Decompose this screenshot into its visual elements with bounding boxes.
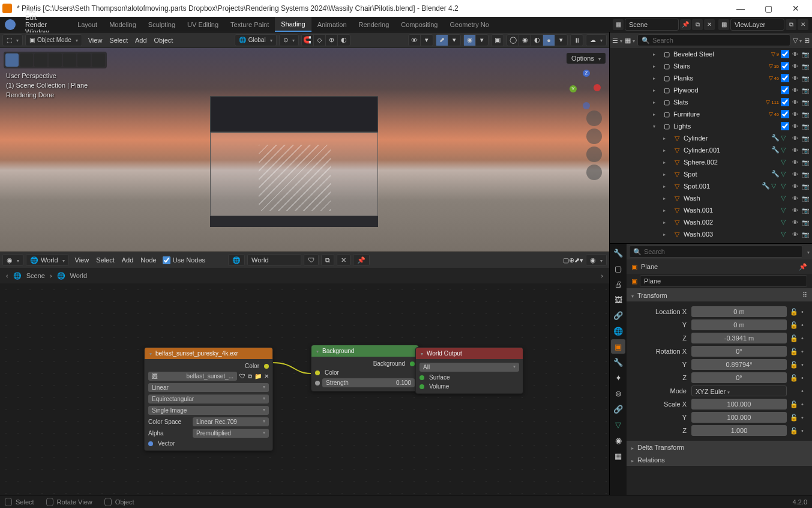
- hide-viewport-icon[interactable]: 👁: [791, 183, 799, 190]
- tab-constraint[interactable]: 🔗: [611, 402, 625, 416]
- remove-viewlayer-icon[interactable]: ✕: [798, 19, 808, 30]
- hide-viewport-icon[interactable]: 👁: [791, 207, 799, 214]
- alpha-dropdown[interactable]: Premultiplied: [193, 429, 269, 438]
- gizmo-group[interactable]: ⬈▾: [436, 34, 461, 46]
- add-viewlayer-icon[interactable]: ⧉: [786, 19, 796, 30]
- tab-physics[interactable]: ⊚: [611, 386, 625, 401]
- close-button[interactable]: ✕: [782, 0, 810, 17]
- menu-render[interactable]: Render: [20, 21, 53, 28]
- outliner-row[interactable]: ▸▽Wash.003▽👁📷: [610, 228, 812, 240]
- outliner-row[interactable]: ▸▽Spot.001🔧▽▽👁📷: [610, 180, 812, 192]
- relations-header[interactable]: Relations: [627, 454, 812, 466]
- hide-viewport-icon[interactable]: 👁: [791, 159, 799, 166]
- hide-render-icon[interactable]: 📷: [801, 195, 810, 202]
- hide-render-icon[interactable]: 📷: [801, 231, 810, 238]
- delete-scene-icon[interactable]: ✕: [704, 19, 715, 30]
- tab-output[interactable]: 🖨: [611, 277, 625, 291]
- exclude-checkbox[interactable]: [781, 86, 789, 94]
- axis-y-icon[interactable]: Y: [570, 85, 577, 92]
- camera-icon[interactable]: [586, 147, 602, 162]
- hide-render-icon[interactable]: 📷: [801, 147, 810, 154]
- menu-file[interactable]: File: [20, 7, 53, 14]
- node-canvas[interactable]: belfast_sunset_puresky_4k.exr Color 🖼 be…: [0, 283, 609, 495]
- menu-edit[interactable]: Edit: [20, 14, 53, 21]
- hide-viewport-icon[interactable]: 👁: [791, 99, 799, 106]
- outliner-row[interactable]: ▸▽Wash.001▽👁📷: [610, 204, 812, 216]
- hide-render-icon[interactable]: 📷: [801, 183, 810, 190]
- image-browse[interactable]: 🖼 belfast_sunset_...: [148, 372, 237, 381]
- shading-modes[interactable]: ◯◉◐●▾: [507, 34, 568, 46]
- tab-render[interactable]: ▢: [611, 261, 625, 276]
- open-image-icon[interactable]: 📁: [254, 373, 262, 379]
- node-menu-add[interactable]: Add: [118, 256, 137, 264]
- display-mode[interactable]: ▦: [625, 37, 635, 44]
- outliner-row[interactable]: ▸▽Cylinder.001🔧▽👁📷: [610, 144, 812, 156]
- tab-texture[interactable]: ▦: [611, 449, 625, 463]
- outliner-row[interactable]: ▸▽Sphere.002▽👁📷: [610, 156, 812, 168]
- minimize-button[interactable]: —: [727, 0, 754, 17]
- colorspace-dropdown[interactable]: Linear Rec.709: [193, 417, 269, 426]
- tab-tool[interactable]: 🔧: [611, 246, 625, 260]
- tool-5[interactable]: [63, 53, 76, 67]
- pivot-dropdown[interactable]: ⊙: [279, 34, 299, 46]
- viewport-canvas[interactable]: User Perspective (1) Scene Collection | …: [0, 48, 609, 252]
- node-menu-node[interactable]: Node: [137, 256, 160, 264]
- axis-z-icon[interactable]: Z: [583, 70, 590, 77]
- workspace-sculpting[interactable]: Sculpting: [142, 17, 181, 32]
- workspace-layout[interactable]: Layout: [71, 17, 103, 32]
- hide-viewport-icon[interactable]: 👁: [791, 195, 799, 202]
- outliner-row[interactable]: ▸▽Spot🔧▽👁📷: [610, 168, 812, 180]
- zoom-icon[interactable]: [586, 110, 602, 126]
- outliner-row[interactable]: ▸▢Stairs▽36👁📷: [610, 60, 812, 72]
- hide-viewport-icon[interactable]: 👁: [791, 123, 799, 130]
- tab-viewlayer[interactable]: 🖼: [611, 292, 625, 307]
- node-tools[interactable]: ▢⊕⬈▾: [563, 256, 583, 264]
- scene-browse-icon[interactable]: ▦: [613, 19, 624, 30]
- blender-icon[interactable]: [5, 19, 16, 30]
- hide-render-icon[interactable]: 📷: [801, 75, 810, 82]
- copy-scene-icon[interactable]: ⧉: [692, 19, 703, 30]
- exclude-checkbox[interactable]: [781, 50, 789, 58]
- workspace-shading[interactable]: Shading: [275, 17, 311, 32]
- workspace-geometry-no[interactable]: Geometry No: [444, 17, 495, 32]
- rotation-mode[interactable]: XYZ Euler: [691, 386, 787, 396]
- hide-render-icon[interactable]: 📷: [801, 123, 810, 130]
- viewport-menu-object[interactable]: Object: [151, 37, 177, 44]
- delta-transform-header[interactable]: Delta Transform: [627, 441, 812, 453]
- breadcrumb-scene[interactable]: Scene: [26, 272, 45, 279]
- outliner-row[interactable]: ▸▽Wash▽👁📷: [610, 192, 812, 204]
- tab-world[interactable]: 🌐: [611, 324, 625, 338]
- hide-render-icon[interactable]: 📷: [801, 171, 810, 178]
- tab-material[interactable]: ◉: [611, 433, 625, 447]
- xray-toggle[interactable]: ▣: [491, 34, 504, 46]
- rot-x[interactable]: 0°: [691, 346, 787, 357]
- workspace-uv-editing[interactable]: UV Editing: [181, 17, 224, 32]
- exclude-checkbox[interactable]: [781, 110, 789, 118]
- hide-viewport-icon[interactable]: 👁: [791, 75, 799, 82]
- node-world-output[interactable]: World Output All Surface Volume: [415, 347, 523, 394]
- copy-image-icon[interactable]: ⧉: [248, 373, 252, 380]
- workspace-texture-paint[interactable]: Texture Paint: [224, 17, 275, 32]
- loc-z[interactable]: -0.3941 m: [691, 333, 787, 343]
- node-overlay[interactable]: ◉: [586, 254, 607, 266]
- viewport-menu-add[interactable]: Add: [131, 37, 151, 44]
- shader-type-dropdown[interactable]: 🌐 World: [26, 254, 69, 266]
- hide-viewport-icon[interactable]: 👁: [791, 87, 799, 94]
- maximize-button[interactable]: ▢: [754, 0, 782, 17]
- tab-scene[interactable]: 🔗: [611, 308, 625, 322]
- tab-modifier[interactable]: 🔧: [611, 355, 625, 369]
- strength-field[interactable]: Strength0.100: [322, 378, 415, 387]
- select-tool[interactable]: [5, 53, 19, 67]
- node-background[interactable]: Background Background Color Strength0.10…: [311, 345, 419, 392]
- tool-6[interactable]: [77, 53, 91, 67]
- loc-x[interactable]: 0 m: [691, 306, 787, 317]
- hide-render-icon[interactable]: 📷: [801, 219, 810, 226]
- breadcrumb-world[interactable]: World: [70, 272, 88, 279]
- outliner-row[interactable]: ▸▢Plywood👁📷: [610, 84, 812, 96]
- tool-7[interactable]: [92, 53, 105, 67]
- scale-x[interactable]: 100.000: [691, 399, 787, 410]
- axis-neg-icon[interactable]: [583, 102, 590, 109]
- editor-type-dropdown[interactable]: ⬚: [2, 34, 23, 46]
- hide-viewport-icon[interactable]: 👁: [791, 51, 799, 58]
- hide-render-icon[interactable]: 📷: [801, 111, 810, 118]
